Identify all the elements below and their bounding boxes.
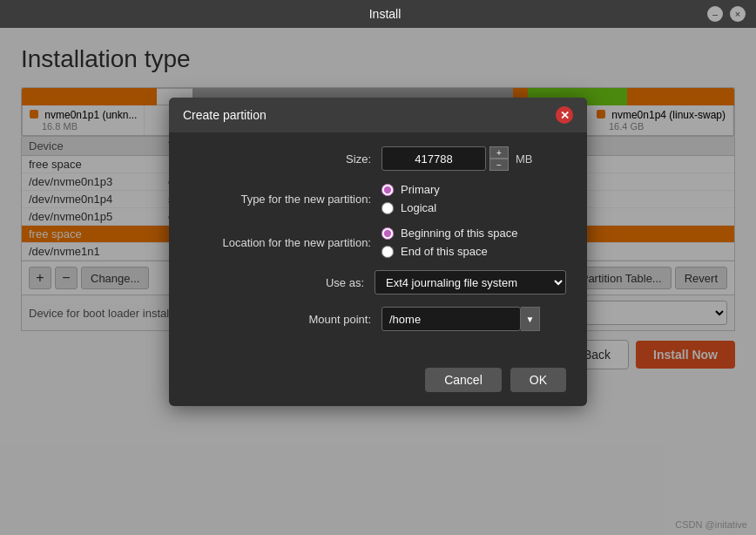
radio-primary-label: Primary bbox=[401, 183, 440, 196]
mount-point-dropdown-button[interactable]: ▼ bbox=[521, 307, 540, 331]
mb-unit-label: MB bbox=[516, 152, 533, 166]
size-input[interactable] bbox=[381, 146, 486, 171]
radio-primary-input[interactable] bbox=[381, 184, 394, 196]
use-as-label: Use as: bbox=[190, 276, 375, 289]
radio-end-label: End of this space bbox=[401, 245, 488, 258]
create-partition-dialog: Create partition ✕ Size: + − MB bbox=[169, 98, 587, 406]
window-controls: – × bbox=[707, 6, 746, 22]
mount-point-control: ▼ bbox=[381, 307, 566, 331]
use-as-row: Use as: Ext4 journaling file system bbox=[190, 270, 566, 295]
radio-end-input[interactable] bbox=[381, 246, 394, 258]
location-radio-group: Beginning of this space End of this spac… bbox=[381, 227, 517, 258]
location-label: Location for the new partition: bbox=[190, 236, 381, 249]
modal-footer: Cancel OK bbox=[169, 357, 587, 406]
radio-logical-input[interactable] bbox=[381, 202, 394, 214]
radio-logical-label: Logical bbox=[401, 201, 436, 214]
minimize-button[interactable]: – bbox=[707, 6, 723, 22]
location-control: Beginning of this space End of this spac… bbox=[381, 227, 566, 258]
partition-type-radio-group: Primary Logical bbox=[381, 183, 440, 214]
size-control: + − MB bbox=[381, 146, 566, 171]
partition-type-control: Primary Logical bbox=[381, 183, 566, 214]
cancel-button[interactable]: Cancel bbox=[425, 368, 502, 392]
ok-button[interactable]: OK bbox=[510, 368, 566, 392]
size-row: Size: + − MB bbox=[190, 146, 566, 171]
use-as-select[interactable]: Ext4 journaling file system bbox=[375, 270, 566, 295]
main-content: Installation type nvme0n1p1 (unkn... 16.… bbox=[0, 28, 756, 535]
radio-primary[interactable]: Primary bbox=[381, 183, 440, 196]
radio-beginning-input[interactable] bbox=[381, 227, 394, 240]
radio-logical[interactable]: Logical bbox=[381, 201, 440, 214]
location-row: Location for the new partition: Beginnin… bbox=[190, 227, 566, 258]
radio-beginning[interactable]: Beginning of this space bbox=[381, 227, 517, 240]
modal-body: Size: + − MB Type for the new partition: bbox=[169, 132, 587, 357]
size-stepper: + − bbox=[489, 146, 509, 171]
mount-point-input[interactable] bbox=[381, 307, 521, 331]
size-decrement-button[interactable]: − bbox=[489, 159, 509, 171]
modal-title-bar: Create partition ✕ bbox=[169, 98, 587, 132]
modal-overlay: Create partition ✕ Size: + − MB bbox=[0, 28, 756, 535]
partition-type-row: Type for the new partition: Primary Logi… bbox=[190, 183, 566, 214]
modal-close-button[interactable]: ✕ bbox=[556, 106, 573, 124]
radio-end[interactable]: End of this space bbox=[381, 245, 517, 258]
modal-title: Create partition bbox=[183, 108, 267, 122]
title-bar: Install – × bbox=[0, 0, 756, 28]
use-as-control: Ext4 journaling file system bbox=[375, 270, 566, 295]
partition-type-label: Type for the new partition: bbox=[190, 193, 381, 206]
close-button[interactable]: × bbox=[730, 6, 746, 22]
mount-point-label: Mount point: bbox=[190, 313, 381, 326]
mount-point-row: Mount point: ▼ bbox=[190, 307, 566, 331]
radio-beginning-label: Beginning of this space bbox=[401, 227, 517, 240]
window-title: Install bbox=[63, 7, 707, 21]
size-label: Size: bbox=[190, 152, 381, 166]
size-increment-button[interactable]: + bbox=[489, 146, 509, 159]
